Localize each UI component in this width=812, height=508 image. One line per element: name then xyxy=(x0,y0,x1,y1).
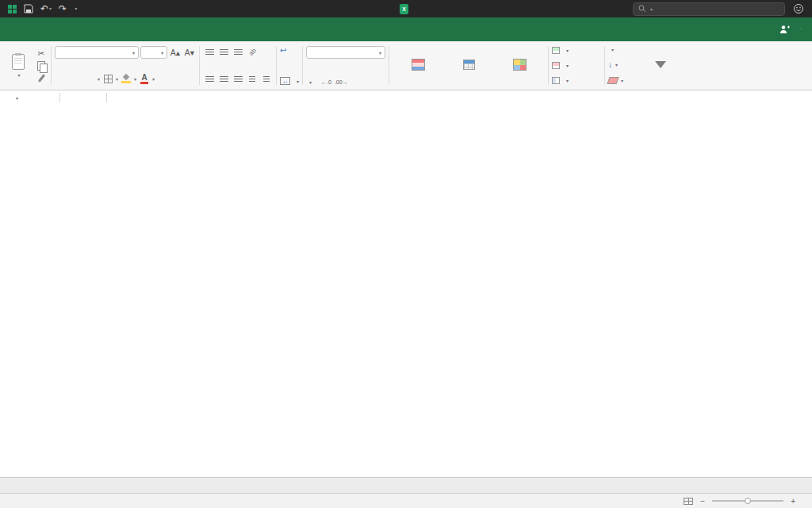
insert-button[interactable]: ▾ xyxy=(552,47,601,54)
group-divider xyxy=(389,46,389,85)
format-button[interactable]: ▾ xyxy=(552,77,601,84)
search-scope-caret-icon: ▾ xyxy=(650,6,653,12)
grow-font-icon[interactable]: A▴ xyxy=(169,47,182,59)
zoom-slider[interactable] xyxy=(712,500,783,502)
underline-icon[interactable] xyxy=(83,73,96,85)
paste-button[interactable]: ▾ xyxy=(3,44,33,87)
normal-view-icon[interactable] xyxy=(684,498,693,505)
clipboard-small-icons: ✂ xyxy=(35,44,48,87)
redo-icon[interactable]: ↷ xyxy=(59,4,67,13)
align-left-icon[interactable] xyxy=(203,73,216,85)
group-divider xyxy=(302,46,303,85)
merge-center-button[interactable]: ↔ ▾ xyxy=(280,77,299,85)
clear-button[interactable]: ▾ xyxy=(608,77,635,84)
share-caret-icon: ⌃ xyxy=(799,27,802,33)
paste-icon xyxy=(12,54,25,70)
group-divider xyxy=(604,46,605,85)
copy-icon[interactable] xyxy=(35,60,48,71)
divider xyxy=(106,93,107,102)
person-icon xyxy=(779,25,790,34)
caret-icon: ▾ xyxy=(566,78,569,83)
name-box[interactable]: ▾ xyxy=(0,95,56,101)
align-bottom-icon[interactable] xyxy=(232,46,244,58)
wrap-text-button[interactable]: ↩ xyxy=(280,46,299,55)
caret-icon: ▾ xyxy=(566,48,569,53)
format-as-table-icon xyxy=(463,60,475,70)
format-painter-icon[interactable] xyxy=(35,72,48,84)
group-divider xyxy=(51,46,52,85)
excel-window: ↶▾ ↷ ▾ X ▾ ⌃ xyxy=(0,0,812,508)
italic-icon[interactable] xyxy=(69,73,82,85)
align-middle-icon[interactable] xyxy=(217,46,230,58)
search-sheet-box[interactable]: ▾ xyxy=(633,2,785,16)
search-icon xyxy=(638,5,646,13)
fill-button[interactable]: ↓▾ xyxy=(608,60,635,69)
caret-icon: ▾ xyxy=(98,76,100,82)
bold-icon[interactable] xyxy=(55,73,67,85)
conditional-formatting-button[interactable] xyxy=(393,44,443,87)
share-button[interactable]: ⌃ xyxy=(779,17,802,41)
caret-icon: ▾ xyxy=(116,76,118,82)
cell-styles-icon xyxy=(513,59,527,71)
font-size-select[interactable]: ▾ xyxy=(140,46,167,59)
group-divider xyxy=(199,46,200,85)
alignment-group: ab xyxy=(203,44,273,87)
shrink-font-icon[interactable]: A▾ xyxy=(183,47,196,59)
zoom-in-button[interactable]: + xyxy=(791,497,795,506)
clear-icon xyxy=(607,77,619,84)
titlebar: ↶▾ ↷ ▾ X ▾ xyxy=(0,0,812,17)
fill-color-icon[interactable] xyxy=(120,73,132,85)
zoom-slider-thumb[interactable] xyxy=(745,498,751,504)
formula-bar: ▾ xyxy=(0,90,812,106)
format-as-table-button[interactable] xyxy=(443,44,494,87)
cut-icon[interactable]: ✂ xyxy=(35,47,48,59)
zoom-out-button[interactable]: − xyxy=(700,497,705,506)
font-color-icon[interactable]: A xyxy=(138,73,151,85)
conditional-formatting-icon xyxy=(412,59,425,71)
editing-group: ▾ ↓▾ ▾ xyxy=(608,44,635,87)
increase-decimal-icon[interactable]: ←.0 xyxy=(321,79,331,85)
merge-center-icon: ↔ xyxy=(280,77,290,85)
feedback-smiley-icon[interactable] xyxy=(793,3,804,14)
caret-icon: ▾ xyxy=(615,62,618,67)
align-top-icon[interactable] xyxy=(203,46,216,58)
excel-doc-icon: X xyxy=(400,4,408,14)
status-right: − + xyxy=(684,497,802,506)
increase-indent-icon[interactable] xyxy=(260,73,273,85)
app-grid-icon[interactable] xyxy=(8,5,17,13)
caret-icon: ▾ xyxy=(309,79,312,85)
titlebar-quick-icons: ↶▾ ↷ ▾ xyxy=(8,4,77,13)
decrease-indent-icon[interactable] xyxy=(246,73,259,85)
undo-icon[interactable]: ↶▾ xyxy=(40,4,52,13)
font-name-select[interactable]: ▾ xyxy=(55,46,139,59)
font-group: ▾ ▾ A▴ A▾ ▾ ▾ ▾ A▾ xyxy=(55,44,196,87)
wrap-merge-group: ↩ ↔ ▾ xyxy=(280,44,299,87)
save-icon[interactable] xyxy=(24,4,33,13)
sort-filter-button[interactable] xyxy=(635,44,686,87)
orientation-icon[interactable]: ab xyxy=(246,46,259,58)
borders-icon[interactable] xyxy=(102,73,114,85)
clipboard-group: ▾ ✂ xyxy=(3,44,48,87)
align-center-icon[interactable] xyxy=(217,73,230,85)
align-right-icon[interactable] xyxy=(232,73,244,85)
titlebar-right: ▾ xyxy=(633,2,804,16)
cells-group: ▾ ▾ ▾ xyxy=(552,44,601,87)
ribbon-options-caret-icon[interactable]: ▾ xyxy=(74,6,77,11)
caret-icon: ▾ xyxy=(297,79,299,84)
undo-caret-icon: ▾ xyxy=(49,6,52,11)
caret-icon: ▾ xyxy=(161,50,163,56)
autosum-button[interactable]: ▾ xyxy=(608,47,635,52)
caret-icon: ▾ xyxy=(17,72,20,78)
cell-styles-button[interactable] xyxy=(494,44,545,87)
status-bar: − + xyxy=(0,493,812,508)
caret-icon: ▾ xyxy=(152,76,155,82)
format-cells-icon xyxy=(552,77,560,84)
fill-icon: ↓ xyxy=(608,60,612,69)
number-format-select[interactable]: ▾ xyxy=(306,46,385,59)
delete-button[interactable]: ▾ xyxy=(552,62,601,69)
decrease-decimal-icon[interactable]: .00→ xyxy=(335,79,348,85)
caret-icon: ▾ xyxy=(134,76,136,82)
ribbon: ▾ ✂ ▾ ▾ A▴ A▾ ▾ ▾ ▾ A▾ xyxy=(0,41,812,90)
worksheet-grid[interactable] xyxy=(0,105,812,477)
caret-icon: ▾ xyxy=(16,95,18,101)
